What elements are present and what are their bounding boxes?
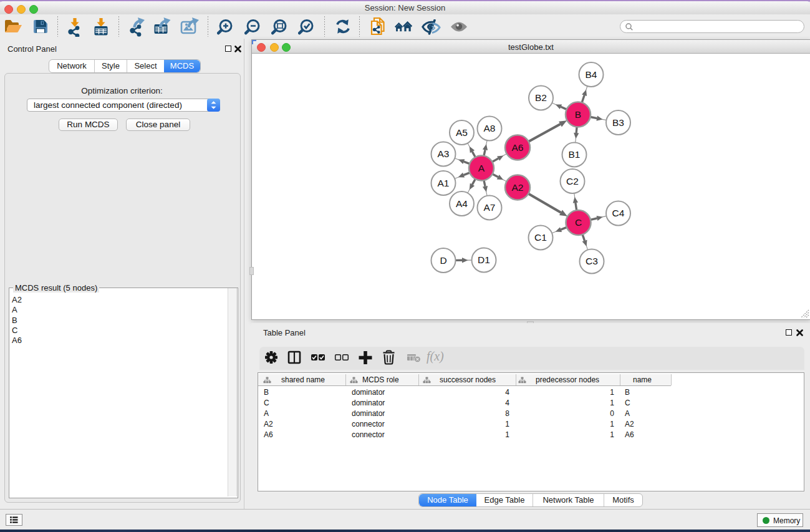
svg-text:C: C: [575, 217, 582, 228]
svg-text:D1: D1: [478, 254, 490, 265]
svg-text:B2: B2: [535, 92, 547, 103]
svg-text:A: A: [478, 163, 485, 173]
svg-text:A5: A5: [456, 127, 468, 138]
svg-text:A1: A1: [438, 178, 450, 188]
svg-text:B1: B1: [569, 149, 581, 160]
svg-text:A4: A4: [456, 198, 468, 209]
svg-text:C1: C1: [534, 232, 547, 243]
svg-text:C4: C4: [612, 208, 625, 218]
svg-text:C2: C2: [566, 176, 579, 186]
svg-text:D: D: [440, 255, 446, 266]
svg-text:A8: A8: [484, 123, 496, 133]
svg-text:B: B: [575, 109, 581, 120]
svg-text:C3: C3: [586, 256, 598, 266]
svg-text:A7: A7: [484, 202, 496, 213]
svg-text:B4: B4: [586, 69, 597, 80]
svg-text:A2: A2: [512, 182, 524, 193]
svg-text:A6: A6: [512, 142, 524, 153]
svg-text:B3: B3: [612, 117, 624, 128]
svg-text:A3: A3: [438, 148, 450, 159]
